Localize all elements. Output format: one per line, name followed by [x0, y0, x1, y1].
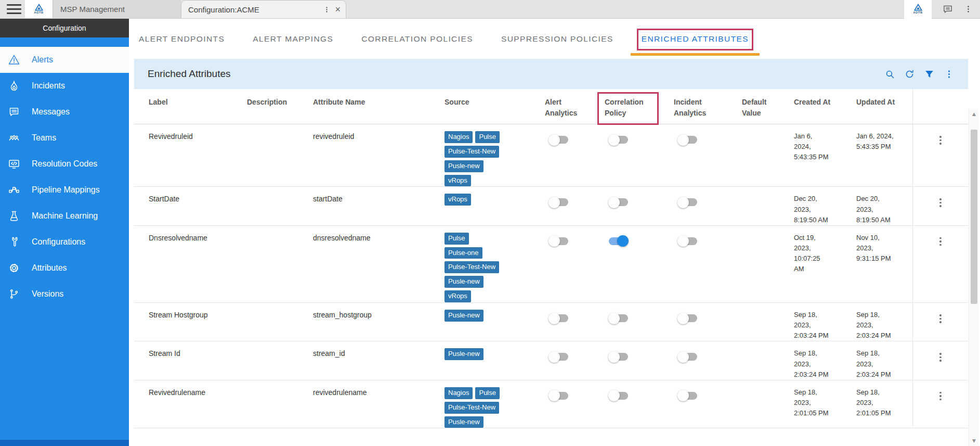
cell-created-at: Dec 20, 2023, 8:19:50 AM — [794, 187, 831, 225]
source-chip: vRops — [445, 194, 471, 206]
correlation-policy-toggle[interactable] — [609, 198, 628, 206]
cell-actions — [912, 341, 968, 379]
cell-label: Dnsresolvedname — [149, 226, 247, 302]
window-tab-configuration-acme[interactable]: Configuration:ACME × — [181, 0, 346, 18]
source-chip: Pulse-Test-New — [445, 146, 499, 158]
sidebar-item-attributes[interactable]: Attributes — [0, 255, 129, 281]
sidebar-item-configurations[interactable]: Configurations — [0, 229, 129, 255]
scroll-down-icon[interactable]: ▼ — [969, 437, 979, 445]
scrollbar[interactable]: ▲ ▼ — [969, 109, 979, 446]
tab-alert-endpoints[interactable]: ALERT ENDPOINTS — [139, 34, 225, 44]
topbar-more-icon[interactable] — [964, 5, 973, 14]
alert-analytics-toggle[interactable] — [549, 314, 568, 322]
table-row: Stream Idstream_idPusle-newSep 18, 2023,… — [134, 341, 968, 380]
incident-analytics-toggle[interactable] — [678, 198, 697, 206]
search-icon[interactable] — [884, 69, 895, 80]
alert-analytics-toggle[interactable] — [549, 353, 568, 361]
panel-header: Enriched Attributes — [134, 59, 968, 89]
correlation-policy-toggle[interactable] — [609, 314, 628, 322]
cell-incident-analytics — [674, 124, 742, 186]
main-content: ALERT ENDPOINTSALERT MAPPINGSCORRELATION… — [129, 19, 980, 446]
sidebar-item-teams[interactable]: Teams — [0, 125, 129, 151]
sidebar-item-incidents[interactable]: Incidents — [0, 73, 129, 99]
refresh-icon[interactable] — [904, 69, 915, 80]
cell-correlation-policy — [605, 226, 674, 302]
tab-label: CORRELATION POLICIES — [361, 34, 473, 43]
incident-analytics-toggle[interactable] — [678, 136, 697, 144]
alert-analytics-toggle[interactable] — [549, 392, 568, 400]
sidebar-item-label: Resolution Codes — [32, 159, 97, 169]
table-row: StartDatestartDatevRopsDec 20, 2023, 8:1… — [134, 187, 968, 225]
row-actions-icon[interactable] — [939, 237, 942, 246]
app-logo[interactable]: AOTB — [25, 0, 53, 18]
chat-icon[interactable] — [942, 4, 953, 15]
tab-enriched-attributes[interactable]: ENRICHED ATTRIBUTES — [642, 34, 749, 44]
row-actions-icon[interactable] — [939, 392, 942, 401]
alert-analytics-toggle[interactable] — [549, 237, 568, 245]
cell-actions — [912, 303, 968, 341]
tab-alert-mappings[interactable]: ALERT MAPPINGS — [253, 34, 333, 44]
sidebar-item-label: Incidents — [32, 81, 65, 91]
alert-analytics-toggle[interactable] — [549, 136, 568, 144]
cell-attribute-name: stream_id — [313, 341, 445, 379]
cell-source: NagiosPulsePulse-Test-NewPusle-newvRops — [445, 124, 507, 186]
sidebar-item-pipeline-mappings[interactable]: Pipeline Mappings — [0, 177, 129, 203]
incident-analytics-toggle[interactable] — [678, 314, 697, 322]
incident-analytics-toggle[interactable] — [678, 237, 697, 245]
cell-alert-analytics — [545, 187, 605, 225]
tab-correlation-policies[interactable]: CORRELATION POLICIES — [361, 34, 473, 44]
sidebar-item-versions[interactable]: Versions — [0, 281, 129, 307]
tab-suppression-policies[interactable]: SUPPRESSION POLICIES — [501, 34, 613, 44]
sidebar-item-label: Attributes — [32, 263, 67, 273]
sidebar-item-resolution-codes[interactable]: Resolution Codes — [0, 151, 129, 177]
cell-description — [247, 303, 313, 341]
correlation-policy-toggle[interactable] — [609, 353, 628, 361]
cell-description — [247, 124, 313, 186]
pipeline-icon — [8, 184, 20, 196]
correlation-policy-toggle[interactable] — [609, 392, 628, 400]
scroll-up-icon[interactable]: ▲ — [969, 110, 979, 118]
wrench-icon — [8, 236, 20, 248]
source-chip: Nagios — [445, 131, 473, 143]
cell-correlation-policy — [605, 341, 674, 379]
code-screen-icon — [8, 158, 20, 170]
more-icon[interactable] — [944, 69, 955, 80]
incident-analytics-toggle[interactable] — [678, 392, 697, 400]
correlation-policy-toggle[interactable] — [609, 237, 628, 245]
cell-label: Stream Id — [149, 341, 247, 379]
correlation-policy-toggle[interactable] — [609, 136, 628, 144]
source-chip: Pusle-new — [445, 276, 484, 288]
gear-icon — [8, 262, 20, 274]
tab-more-icon[interactable] — [323, 6, 331, 14]
table-row: RevivedruleidrevivedruleidNagiosPulsePul… — [134, 124, 968, 187]
cell-updated-at: Dec 20, 2023, 8:19:50 AM — [856, 187, 897, 225]
row-actions-icon[interactable] — [939, 136, 942, 145]
row-actions-icon[interactable] — [939, 353, 942, 362]
sidebar-item-machine-learning[interactable]: Machine Learning — [0, 203, 129, 229]
filter-icon[interactable] — [924, 69, 935, 80]
cell-description — [247, 187, 313, 225]
alert-analytics-toggle[interactable] — [549, 198, 568, 206]
scrollbar-thumb[interactable] — [971, 130, 977, 304]
window-tab-msp-management[interactable]: MSP Management — [53, 0, 181, 18]
row-actions-icon[interactable] — [939, 314, 942, 323]
enriched-attributes-panel: Enriched Attributes LabelDescriptionAttr… — [134, 59, 968, 446]
cell-label: StartDate — [149, 187, 247, 225]
app-window: AOTB MSP Management Configuration:ACME ×… — [0, 0, 980, 446]
message-icon — [8, 106, 20, 118]
column-header-incident-analytics: Incident Analytics — [674, 89, 742, 124]
sidebar-item-alerts[interactable]: Alerts — [0, 47, 129, 73]
menu-icon[interactable] — [7, 0, 21, 18]
column-header-label: Label — [149, 89, 247, 124]
cell-updated-at: Jan 6, 2024, 5:43:35 PM — [856, 124, 897, 186]
incident-analytics-toggle[interactable] — [678, 353, 697, 361]
sidebar-title: Configuration — [0, 19, 129, 37]
cell-incident-analytics — [674, 380, 742, 428]
tab-close-icon[interactable]: × — [335, 5, 341, 14]
sidebar-item-label: Machine Learning — [32, 211, 98, 221]
table-header-row: LabelDescriptionAttribute NameSourceAler… — [134, 89, 968, 124]
sidebar-item-messages[interactable]: Messages — [0, 99, 129, 125]
row-actions-icon[interactable] — [939, 198, 942, 207]
panel-title: Enriched Attributes — [148, 68, 230, 80]
top-window-bar: AOTB MSP Management Configuration:ACME ×… — [0, 0, 980, 19]
